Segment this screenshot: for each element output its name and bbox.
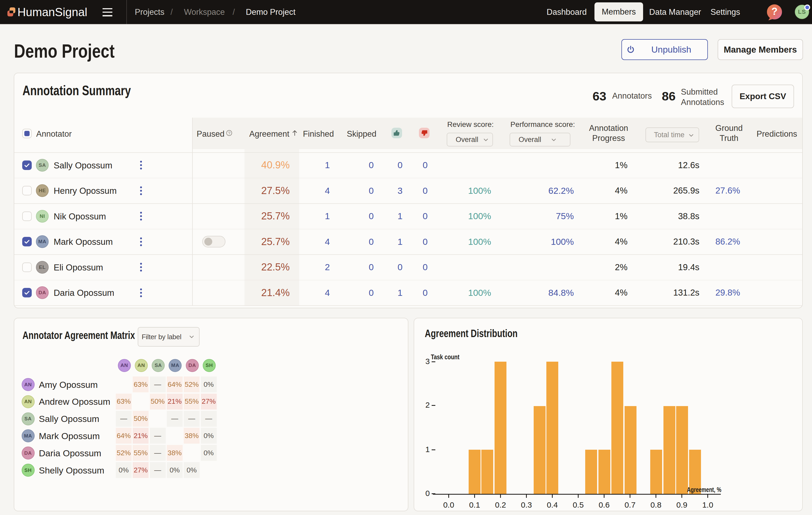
svg-text:?: ? [771, 6, 777, 17]
